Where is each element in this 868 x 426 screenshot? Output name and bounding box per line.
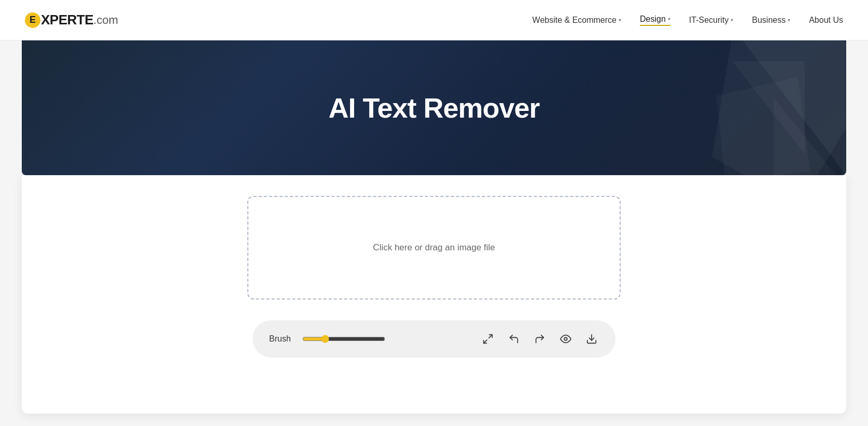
page-title: AI Text Remover: [328, 92, 539, 124]
undo-icon[interactable]: [507, 332, 521, 346]
nav-item-design[interactable]: Design ▾: [640, 15, 670, 26]
header: EXPERTE.com Website & Ecommerce ▾ Design…: [0, 0, 868, 40]
svg-line-1: [484, 340, 487, 343]
logo-brand: XPERTE: [41, 12, 93, 28]
expand-icon[interactable]: [481, 332, 495, 346]
chevron-down-icon: ▾: [668, 16, 670, 22]
preview-icon[interactable]: [558, 332, 573, 346]
svg-line-0: [489, 335, 492, 338]
chevron-down-icon: ▾: [788, 17, 790, 23]
brush-label: Brush: [269, 334, 292, 344]
toolbar-actions: [481, 332, 599, 346]
main-content: Click here or drag an image file Brush: [22, 175, 846, 414]
toolbar: Brush: [253, 320, 615, 358]
nav-item-business[interactable]: Business ▾: [752, 16, 790, 25]
logo-icon: E: [25, 12, 40, 28]
chevron-down-icon: ▾: [731, 17, 733, 23]
nav-item-website-ecommerce[interactable]: Website & Ecommerce ▾: [533, 16, 621, 25]
tool-area: Click here or drag an image file Brush: [22, 196, 846, 358]
hero-banner: AI Text Remover: [22, 40, 846, 175]
chevron-down-icon: ▾: [619, 17, 621, 23]
slider-wrapper: [302, 334, 385, 344]
upload-prompt: Click here or drag an image file: [373, 243, 495, 253]
download-icon[interactable]: [584, 332, 599, 346]
brush-size-slider-container: [302, 334, 385, 344]
redo-icon[interactable]: [533, 332, 547, 346]
svg-point-2: [564, 337, 567, 340]
upload-zone[interactable]: Click here or drag an image file: [247, 196, 621, 300]
nav-item-about-us[interactable]: About Us: [809, 16, 843, 25]
main-nav: Website & Ecommerce ▾ Design ▾ IT-Securi…: [533, 15, 843, 26]
brush-size-slider[interactable]: [302, 335, 385, 343]
logo-domain: .com: [93, 13, 118, 27]
nav-item-it-security[interactable]: IT-Security ▾: [689, 16, 733, 25]
logo[interactable]: EXPERTE.com: [25, 12, 118, 28]
